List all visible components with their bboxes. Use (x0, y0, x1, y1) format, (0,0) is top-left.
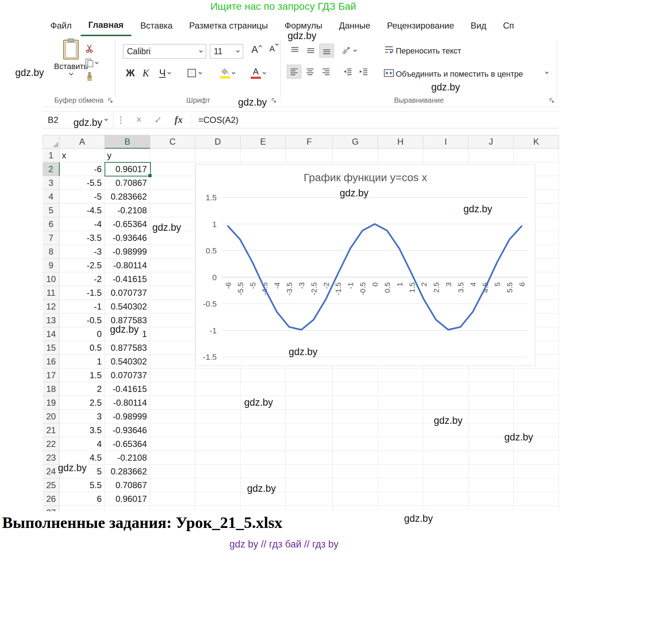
cell-F21[interactable] (286, 423, 333, 437)
cell-G20[interactable] (333, 410, 378, 423)
clipboard-dialog-launcher-icon[interactable] (108, 98, 114, 104)
merge-center-label[interactable]: Объединить и поместить в центре (396, 69, 523, 79)
align-middle-button[interactable] (304, 44, 318, 57)
cell-C22[interactable] (150, 437, 195, 451)
row-header-26[interactable]: 26 (43, 492, 60, 506)
cell-I19[interactable] (423, 396, 468, 410)
cell-K1[interactable] (514, 149, 559, 162)
cell-D24[interactable] (195, 465, 241, 478)
cell-B24[interactable]: 0.283662 (105, 465, 150, 478)
cell-J24[interactable] (468, 465, 514, 478)
column-header-C[interactable]: C (150, 135, 195, 149)
cell-J1[interactable] (468, 149, 514, 162)
row-header-9[interactable]: 9 (43, 259, 60, 272)
cell-A21[interactable]: 3.5 (60, 423, 105, 437)
cell-H22[interactable] (378, 437, 423, 451)
cell-B26[interactable]: 0.96017 (105, 492, 150, 506)
cell-H19[interactable] (378, 396, 423, 410)
row-header-4[interactable]: 4 (43, 190, 60, 204)
row-header-7[interactable]: 7 (43, 231, 60, 245)
cell-G25[interactable] (333, 478, 378, 492)
cell-I26[interactable] (423, 492, 468, 506)
cell-A8[interactable]: -3 (60, 245, 105, 259)
cell-D18[interactable] (195, 382, 241, 396)
cell-G21[interactable] (333, 423, 378, 437)
row-header-21[interactable]: 21 (43, 423, 60, 437)
tab-Вид[interactable]: Вид (463, 15, 494, 36)
formula-bar-handle[interactable] (120, 116, 122, 124)
cell-C11[interactable] (150, 286, 195, 300)
cell-D1[interactable] (195, 149, 241, 162)
cell-C20[interactable] (150, 410, 195, 423)
cell-B10[interactable]: -0.41615 (105, 272, 150, 286)
tab-Рецензирование[interactable]: Рецензирование (379, 15, 462, 36)
font-name-select[interactable]: Calibri (123, 44, 206, 59)
copy-dropdown-icon[interactable] (95, 60, 99, 64)
cell-C21[interactable] (150, 423, 195, 437)
cell-I24[interactable] (423, 465, 468, 478)
cell-G24[interactable] (333, 465, 378, 478)
align-center-button[interactable] (303, 65, 317, 78)
cell-K23[interactable] (514, 451, 559, 465)
cell-H21[interactable] (378, 423, 423, 437)
row-header-15[interactable]: 15 (43, 341, 60, 355)
cell-E27[interactable] (241, 506, 286, 511)
cell-A25[interactable]: 5.5 (60, 478, 105, 492)
row-header-8[interactable]: 8 (43, 245, 60, 259)
cell-J18[interactable] (468, 382, 514, 396)
cell-C27[interactable] (150, 506, 195, 511)
column-header-B[interactable]: B (105, 135, 150, 149)
cell-H20[interactable] (378, 410, 423, 423)
row-header-20[interactable]: 20 (43, 410, 60, 423)
tab-Вставка[interactable]: Вставка (133, 15, 180, 36)
cell-A17[interactable]: 1.5 (60, 368, 105, 382)
cell-C23[interactable] (150, 451, 195, 465)
cell-F19[interactable] (286, 396, 333, 410)
cell-B15[interactable]: 0.877583 (105, 341, 150, 355)
cell-B8[interactable]: -0.98999 (105, 245, 150, 259)
cell-C4[interactable] (150, 190, 195, 204)
cell-F18[interactable] (286, 382, 333, 396)
cell-K24[interactable] (514, 465, 559, 478)
cell-C19[interactable] (150, 396, 195, 410)
align-bottom-button[interactable] (320, 44, 334, 57)
cell-J26[interactable] (468, 492, 514, 506)
row-header-13[interactable]: 13 (43, 314, 60, 327)
enter-icon[interactable]: ✓ (154, 114, 162, 126)
tab-Сп[interactable]: Сп (495, 15, 521, 36)
cell-C5[interactable] (150, 204, 195, 217)
cell-E23[interactable] (241, 451, 286, 465)
decrease-indent-button[interactable] (341, 65, 355, 78)
cell-E18[interactable] (241, 382, 286, 396)
cell-C17[interactable] (150, 368, 195, 382)
tab-Главная[interactable]: Главная (81, 15, 131, 36)
column-header-H[interactable]: H (378, 135, 423, 149)
cell-C16[interactable] (150, 355, 195, 368)
cell-G18[interactable] (333, 382, 378, 396)
cell-A1[interactable]: x (60, 149, 105, 162)
cell-A4[interactable]: -5 (60, 190, 105, 204)
cell-A2[interactable]: -6 (60, 162, 105, 176)
cell-B12[interactable]: 0.540302 (105, 300, 150, 314)
cell-J27[interactable] (468, 506, 514, 511)
cancel-icon[interactable]: × (136, 114, 142, 125)
shrink-font-button[interactable]: A (266, 44, 282, 59)
column-header-E[interactable]: E (241, 135, 286, 149)
cell-C26[interactable] (150, 492, 195, 506)
cell-A14[interactable]: 0 (60, 327, 105, 341)
cell-A22[interactable]: 4 (60, 437, 105, 451)
row-header-2[interactable]: 2 (43, 162, 60, 176)
cell-C13[interactable] (150, 314, 195, 327)
cell-I1[interactable] (423, 149, 468, 162)
cell-C3[interactable] (150, 176, 195, 190)
cell-I18[interactable] (423, 382, 468, 396)
tab-Разметка страницы[interactable]: Разметка страницы (182, 15, 276, 36)
row-header-19[interactable]: 19 (43, 396, 60, 410)
cell-G22[interactable] (333, 437, 378, 451)
cell-B19[interactable]: -0.80114 (105, 396, 150, 410)
cell-A11[interactable]: -1.5 (60, 286, 105, 300)
cell-C8[interactable] (150, 245, 195, 259)
cell-G27[interactable] (333, 506, 378, 511)
cell-I17[interactable] (423, 368, 468, 382)
cell-H26[interactable] (378, 492, 423, 506)
